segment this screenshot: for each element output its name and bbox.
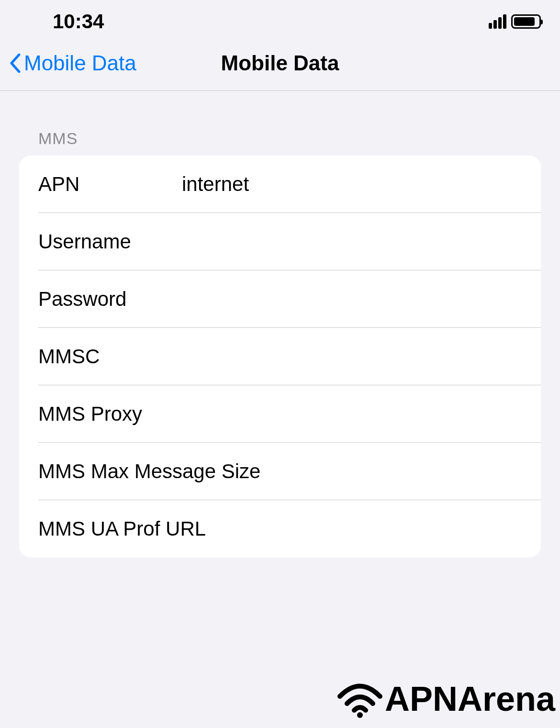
mms-ua-prof-field[interactable]: [206, 517, 522, 540]
username-label: Username: [38, 230, 182, 253]
username-row[interactable]: Username: [19, 213, 541, 270]
navigation-bar: Mobile Data Mobile Data: [0, 38, 560, 91]
back-button[interactable]: Mobile Data: [10, 51, 136, 75]
apn-field[interactable]: [182, 173, 522, 196]
svg-point-1: [357, 712, 363, 718]
apn-label: APN: [38, 173, 182, 196]
mms-max-size-label: MMS Max Message Size: [38, 460, 260, 483]
apn-row[interactable]: APN: [19, 156, 541, 213]
footer-brand-text: APNArena: [385, 679, 555, 718]
back-label: Mobile Data: [24, 51, 136, 75]
page-title: Mobile Data: [221, 51, 339, 75]
settings-group: APN Username Password MMSC MMS Proxy MMS: [19, 156, 541, 558]
chevron-left-icon: [10, 54, 21, 73]
mms-proxy-field[interactable]: [182, 403, 522, 426]
mms-max-size-row[interactable]: MMS Max Message Size: [19, 443, 541, 500]
mms-max-size-field[interactable]: [260, 460, 522, 483]
footer-brand: APNArena: [336, 679, 555, 718]
section-header: MMS: [19, 129, 541, 156]
password-label: Password: [38, 288, 182, 311]
cellular-signal-icon: [489, 14, 506, 29]
username-field[interactable]: [182, 230, 522, 253]
status-icons: [489, 14, 541, 29]
wifi-icon: [336, 680, 384, 718]
mms-proxy-row[interactable]: MMS Proxy: [19, 385, 541, 443]
mms-proxy-label: MMS Proxy: [38, 403, 182, 426]
status-time: 10:34: [53, 10, 104, 33]
password-field[interactable]: [182, 288, 522, 311]
mms-section: MMS APN Username Password MMSC MMS Proxy: [0, 91, 560, 558]
status-bar: 10:34: [0, 0, 560, 38]
password-row[interactable]: Password: [19, 270, 541, 328]
mmsc-field[interactable]: [182, 345, 522, 368]
mmsc-label: MMSC: [38, 345, 182, 368]
mms-ua-prof-label: MMS UA Prof URL: [38, 517, 206, 540]
mmsc-row[interactable]: MMSC: [19, 328, 541, 385]
mms-ua-prof-row[interactable]: MMS UA Prof URL: [19, 500, 541, 558]
battery-icon: [511, 14, 541, 29]
